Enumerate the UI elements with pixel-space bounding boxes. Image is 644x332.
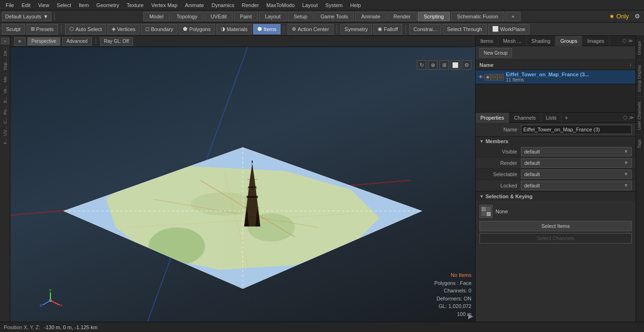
polygons-button[interactable]: ⬟ Polygons bbox=[179, 24, 215, 34]
menu-layout[interactable]: Layout bbox=[298, 0, 322, 10]
rp-tab-items[interactable]: Items bbox=[476, 36, 498, 46]
select-through-button[interactable]: Select Through bbox=[443, 24, 486, 34]
visible-dropdown[interactable]: default ▼ bbox=[521, 147, 632, 156]
tab-animate[interactable]: Animate bbox=[355, 12, 386, 21]
group-square-icon[interactable]: □ bbox=[491, 74, 497, 81]
vp-rotate-icon[interactable]: ↻ bbox=[417, 60, 426, 70]
tab-topology[interactable]: Topology bbox=[171, 12, 204, 21]
left-panel-label-f[interactable]: F... bbox=[3, 138, 8, 144]
vtab-group-display[interactable]: Group Display bbox=[636, 60, 644, 97]
menu-edit[interactable]: Edit bbox=[18, 0, 34, 10]
materials-button[interactable]: ◑ Materials bbox=[216, 24, 252, 34]
tab-schematic[interactable]: Schematic Fusion bbox=[451, 12, 504, 21]
constraints-button[interactable]: Constrai... bbox=[409, 24, 441, 34]
vp-zoom-icon[interactable]: ⊕ bbox=[428, 60, 438, 70]
left-panel-label-deform[interactable]: De... bbox=[3, 47, 8, 56]
star-only-button[interactable]: ★ Only bbox=[607, 13, 631, 20]
left-panel-label-c[interactable]: C... bbox=[3, 117, 8, 124]
viewport[interactable]: ≡ Perspective Advanced Ray GL: Off bbox=[10, 36, 475, 322]
menu-system[interactable]: System bbox=[322, 0, 347, 10]
keying-grid-icon[interactable] bbox=[479, 205, 493, 218]
menu-render[interactable]: Render bbox=[238, 0, 263, 10]
rp-tab-images[interactable]: Images bbox=[582, 36, 609, 46]
tab-game-tools[interactable]: Game Tools bbox=[314, 12, 355, 21]
vp-perspective-btn[interactable]: Perspective bbox=[27, 37, 60, 46]
props-tab-properties[interactable]: Properties bbox=[476, 113, 509, 123]
expand-arrow-icon[interactable]: ▶ bbox=[468, 312, 473, 320]
rp-tab-mesh[interactable]: Mesh ... bbox=[498, 36, 527, 46]
props-expand-icon[interactable]: ⬡ ≫ bbox=[621, 115, 636, 120]
group-item-row[interactable]: 👁 ◉ □ □ Eiffel_Tower_on_Map_France (3...… bbox=[476, 70, 636, 84]
vp-ray-gl-btn[interactable]: Ray GL: Off bbox=[100, 37, 133, 46]
presets-button[interactable]: ⊞ Presets bbox=[26, 24, 58, 34]
tab-paint[interactable]: Paint bbox=[234, 12, 258, 21]
tab-model[interactable]: Model bbox=[143, 12, 170, 21]
selectable-dropdown[interactable]: default ▼ bbox=[521, 170, 632, 179]
left-panel-label-poly[interactable]: Po... bbox=[3, 106, 8, 115]
vp-fit-icon[interactable]: ⬜ bbox=[451, 60, 460, 70]
select-items-button[interactable]: Select Items bbox=[479, 221, 632, 231]
left-panel-label-uv[interactable]: UV... bbox=[3, 127, 8, 136]
menu-animate[interactable]: Animate bbox=[181, 0, 207, 10]
vtab-tags[interactable]: Tags bbox=[636, 134, 644, 153]
settings-gear-icon[interactable]: ⚙ bbox=[633, 13, 642, 20]
group-lock-icon[interactable]: □ bbox=[497, 74, 504, 81]
new-group-button[interactable]: New Group bbox=[479, 48, 512, 57]
members-section-header[interactable]: ▼ Members bbox=[476, 137, 636, 146]
tab-uvedit[interactable]: UVEdit bbox=[205, 12, 233, 21]
locked-row: Locked default ▼ bbox=[476, 180, 636, 191]
render-dropdown[interactable]: default ▼ bbox=[521, 158, 632, 168]
vertices-button[interactable]: ◈ Vertices bbox=[107, 24, 140, 34]
materials-icon: ◑ bbox=[221, 26, 225, 32]
items-button[interactable]: ⬢ Items bbox=[253, 24, 281, 34]
tab-render[interactable]: Render bbox=[388, 12, 417, 21]
left-panel-label-vert[interactable]: Ve... bbox=[3, 85, 8, 94]
menu-file[interactable]: File bbox=[2, 0, 18, 10]
name-input[interactable] bbox=[521, 125, 632, 134]
sculpt-button[interactable]: Sculpt bbox=[2, 24, 25, 34]
vp-settings-icon[interactable]: ⚙ bbox=[462, 60, 471, 70]
layout-dropdown[interactable]: Default Layouts ▼ bbox=[2, 12, 51, 21]
sel-keying-section-header[interactable]: ▼ Selection & Keying bbox=[476, 192, 636, 201]
left-panel-btn-1[interactable]: ≡ bbox=[1, 38, 9, 44]
menu-maxtomodo[interactable]: MaxToModo bbox=[263, 0, 298, 10]
boundary-button[interactable]: ◻ Boundary bbox=[141, 24, 177, 34]
menu-texture[interactable]: Texture bbox=[123, 0, 148, 10]
viewport-canvas[interactable]: ↻ ⊕ ⊞ ⬜ ⚙ X Y Z No Items bbox=[10, 47, 475, 322]
tab-add[interactable]: + bbox=[505, 12, 520, 21]
menu-item[interactable]: Item bbox=[75, 0, 92, 10]
tab-layout[interactable]: Layout bbox=[259, 12, 287, 21]
menu-select[interactable]: Select bbox=[53, 0, 75, 10]
left-panel-label-dup[interactable]: Dup... bbox=[3, 59, 8, 70]
menu-dynamics[interactable]: Dynamics bbox=[208, 0, 238, 10]
select-channels-button[interactable]: Select Channels bbox=[479, 233, 632, 243]
menu-vertex-map[interactable]: Vertex Map bbox=[148, 0, 182, 10]
menu-geometry[interactable]: Geometry bbox=[92, 0, 123, 10]
tab-setup[interactable]: Setup bbox=[288, 12, 314, 21]
props-tab-add[interactable]: + bbox=[561, 113, 571, 123]
workplane-button[interactable]: ⬜ WorkPlane bbox=[488, 24, 530, 34]
props-tab-channels[interactable]: Channels bbox=[509, 113, 541, 123]
vp-pan-icon[interactable]: ⊞ bbox=[439, 60, 449, 70]
action-center-button[interactable]: ⊕ Action Center bbox=[288, 24, 333, 34]
left-panel-label-mesh[interactable]: Me... bbox=[3, 73, 8, 82]
rp-expand-btn[interactable]: ⬡ ≫ bbox=[619, 36, 636, 46]
vtab-groups[interactable]: Groups bbox=[636, 36, 644, 60]
vp-expand-btn[interactable]: ≡ bbox=[14, 37, 25, 46]
left-panel-label-e[interactable]: E... bbox=[3, 97, 8, 103]
group-visibility-eye-icon[interactable]: 👁 bbox=[478, 74, 484, 81]
menu-help[interactable]: Help bbox=[347, 0, 365, 10]
falloff-button[interactable]: ◉ Falloff bbox=[373, 24, 402, 34]
vp-advanced-btn[interactable]: Advanced bbox=[62, 37, 91, 46]
group-list-area bbox=[476, 84, 636, 113]
tab-scripting[interactable]: Scripting bbox=[418, 12, 450, 21]
vtab-user-channels[interactable]: User Channels bbox=[636, 97, 644, 135]
group-render-icon[interactable]: ◉ bbox=[484, 74, 491, 81]
symmetry-button[interactable]: Symmetry bbox=[340, 24, 372, 34]
locked-dropdown[interactable]: default ▼ bbox=[521, 181, 632, 190]
menu-view[interactable]: View bbox=[34, 0, 53, 10]
auto-select-button[interactable]: ⬡ Auto Select bbox=[65, 24, 106, 34]
rp-tab-groups[interactable]: Groups bbox=[555, 36, 582, 46]
props-tab-lists[interactable]: Lists bbox=[541, 113, 562, 123]
rp-tab-shading[interactable]: Shading bbox=[527, 36, 555, 46]
